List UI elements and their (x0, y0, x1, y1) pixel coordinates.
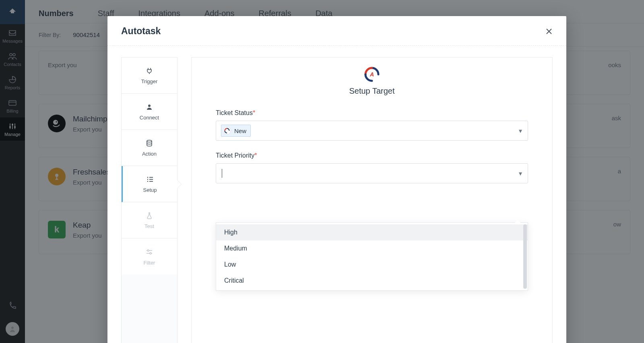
step-filter[interactable]: Filter (122, 238, 177, 275)
flask-icon (145, 211, 154, 220)
step-setup[interactable]: Setup (122, 166, 177, 202)
dropdown-option-high[interactable]: High (216, 224, 528, 240)
svg-point-14 (148, 105, 151, 107)
person-icon (145, 103, 154, 111)
autotask-modal: Autotask Trigger Connect Action Setup (107, 16, 566, 343)
chevron-down-icon: ▾ (519, 170, 522, 177)
modal-title: Autotask (121, 26, 161, 37)
chevron-down-icon: ▾ (519, 127, 522, 135)
svg-text:A: A (369, 71, 374, 78)
ticket-status-select[interactable]: New ▾ (216, 121, 528, 141)
svg-point-24 (147, 250, 149, 251)
dropdown-option-critical[interactable]: Critical (216, 273, 528, 289)
filter-sliders-icon (145, 248, 154, 257)
step-label: Trigger (141, 78, 158, 84)
step-test[interactable]: Test (122, 202, 177, 238)
ticket-priority-select[interactable]: ▾ (216, 163, 528, 183)
wizard-steps: Trigger Connect Action Setup Test Filter (121, 57, 178, 343)
step-trigger[interactable]: Trigger (122, 58, 177, 94)
priority-dropdown: High Medium Low Critical (216, 222, 528, 291)
step-label: Setup (143, 187, 157, 193)
modal-close-button[interactable] (545, 28, 553, 35)
ticket-priority-label: Ticket Priority* (216, 152, 528, 159)
step-label: Connect (140, 115, 159, 121)
svg-point-18 (147, 181, 148, 182)
setup-panel: A Setup Target Ticket Status* (191, 57, 553, 343)
autotask-logo-icon: A (364, 66, 380, 82)
ticket-status-label: Ticket Status* (216, 109, 528, 117)
svg-point-17 (147, 179, 148, 180)
chip-label: New (234, 127, 246, 134)
dropdown-scrollbar[interactable] (523, 224, 527, 289)
plug-icon (145, 66, 154, 75)
step-label: Action (142, 151, 157, 157)
list-icon (146, 175, 155, 184)
database-icon (145, 139, 154, 148)
svg-point-25 (150, 253, 151, 254)
step-action[interactable]: Action (122, 130, 177, 166)
step-connect[interactable]: Connect (122, 94, 177, 130)
close-icon (545, 28, 553, 35)
panel-title: Setup Target (192, 86, 552, 96)
step-label: Filter (144, 260, 155, 266)
svg-point-15 (147, 140, 152, 142)
svg-point-16 (147, 177, 148, 178)
dropdown-option-medium[interactable]: Medium (216, 240, 528, 257)
step-label: Test (144, 223, 154, 229)
text-cursor (222, 169, 222, 178)
selected-chip: New (221, 125, 251, 137)
dropdown-option-low[interactable]: Low (216, 257, 528, 273)
autotask-chip-icon (223, 127, 231, 135)
